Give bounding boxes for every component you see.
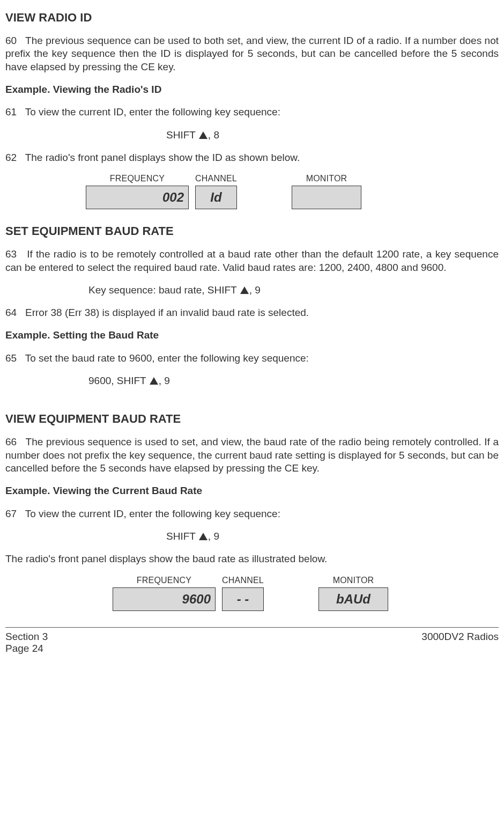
page: VIEW RADIO ID 60 The previous sequence c…: [0, 0, 504, 660]
frequency-label: FREQUENCY: [110, 174, 165, 183]
seq-text: , 9: [249, 284, 261, 296]
monitor-col: MONITOR: [292, 174, 361, 209]
channel-display: Id: [195, 186, 237, 209]
up-triangle-icon: [150, 377, 158, 385]
para-63: 63 If the radio is to be remotely contro…: [5, 248, 499, 274]
monitor-label: MONITOR: [306, 174, 347, 183]
key-sequence-1: SHIFT , 8: [166, 129, 499, 142]
seq-text: , 8: [208, 129, 219, 141]
para-text: The previous sequence is used to set, an…: [5, 436, 499, 474]
para-67: 67 To view the current ID, enter the fol…: [5, 507, 499, 520]
footer-right: 3000DV2 Radios: [421, 631, 499, 654]
footer-left: Section 3 Page 24: [5, 631, 48, 654]
para-65: 65 To set the baud rate to 9600, enter t…: [5, 352, 499, 365]
channel-label: CHANNEL: [195, 174, 237, 183]
para-num: 67: [5, 508, 17, 519]
para-text: Error 38 (Err 38) is displayed if an inv…: [25, 307, 309, 318]
para-66: 66 The previous sequence is used to set,…: [5, 436, 499, 475]
frequency-display: 9600: [113, 587, 216, 611]
para-64: 64 Error 38 (Err 38) is displayed if an …: [5, 306, 499, 319]
page-footer: Section 3 Page 24 3000DV2 Radios: [5, 631, 499, 654]
monitor-display: [292, 186, 361, 209]
footer-divider: [5, 627, 499, 628]
channel-col: CHANNEL Id: [195, 174, 237, 209]
key-sequence-3: 9600, SHIFT , 9: [88, 374, 499, 387]
para-num: 63: [5, 248, 17, 260]
seq-text: 9600, SHIFT: [88, 375, 149, 386]
frequency-label: FREQUENCY: [137, 576, 191, 585]
seq-text: , 9: [208, 531, 219, 542]
para-60: 60 The previous sequence can be used to …: [5, 34, 499, 73]
example-setting-baud: Example. Setting the Baud Rate: [5, 329, 499, 342]
para-num: 66: [5, 436, 17, 447]
seq-text: Key sequence: baud rate, SHIFT: [88, 284, 240, 296]
frequency-col: FREQUENCY 002: [86, 174, 189, 209]
seq-text: SHIFT: [166, 531, 198, 542]
channel-col: CHANNEL - -: [222, 576, 264, 611]
display-panel-1: FREQUENCY 002 CHANNEL Id MONITOR: [5, 174, 499, 209]
footer-page: Page 24: [5, 643, 48, 654]
seq-text: , 9: [159, 375, 170, 386]
example-viewing-radio-id: Example. Viewing the Radio's ID: [5, 83, 499, 96]
para-text: To view the current ID, enter the follow…: [25, 106, 280, 117]
channel-label: CHANNEL: [222, 576, 264, 585]
monitor-label: MONITOR: [333, 576, 374, 585]
frequency-display: 002: [86, 186, 189, 209]
para-61: 61 To view the current ID, enter the fol…: [5, 106, 499, 119]
para-num: 62: [5, 152, 17, 163]
display-panel-2: FREQUENCY 9600 CHANNEL - - MONITOR bAUd: [5, 576, 499, 611]
para-num: 61: [5, 106, 17, 117]
para-text: To view the current ID, enter the follow…: [25, 508, 280, 519]
heading-set-baud: SET EQUIPMENT BAUD RATE: [5, 224, 499, 238]
para-text: To set the baud rate to 9600, enter the …: [25, 352, 309, 364]
up-triangle-icon: [199, 533, 207, 540]
up-triangle-icon: [240, 286, 249, 294]
seq-text: SHIFT: [166, 129, 198, 141]
footer-section: Section 3: [5, 631, 48, 643]
heading-view-radio-id: VIEW RADIO ID: [5, 11, 499, 25]
para-text: The previous sequence can be used to bot…: [5, 35, 499, 72]
key-sequence-4: SHIFT , 9: [166, 530, 499, 543]
para-after-67: The radio's front panel displays show th…: [5, 553, 499, 565]
para-62: 62 The radio's front panel displays show…: [5, 151, 499, 164]
heading-view-baud: VIEW EQUIPMENT BAUD RATE: [5, 412, 499, 426]
frequency-col: FREQUENCY 9600: [113, 576, 216, 611]
para-num: 65: [5, 352, 17, 364]
channel-display: - -: [222, 587, 264, 611]
example-viewing-baud: Example. Viewing the Current Baud Rate: [5, 484, 499, 497]
monitor-col: MONITOR bAUd: [318, 576, 388, 611]
para-num: 64: [5, 307, 17, 318]
para-text: If the radio is to be remotely controlle…: [5, 248, 499, 273]
para-text: The radio's front panel displays show th…: [25, 152, 300, 163]
key-sequence-2: Key sequence: baud rate, SHIFT , 9: [88, 284, 499, 297]
up-triangle-icon: [199, 131, 207, 139]
monitor-display: bAUd: [318, 587, 388, 611]
para-num: 60: [5, 35, 17, 46]
